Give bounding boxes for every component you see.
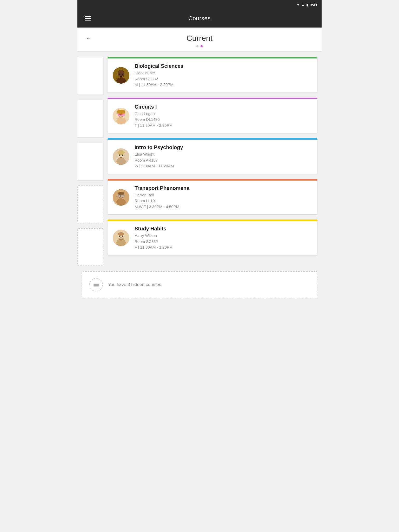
- left-cards-preview: [77, 57, 103, 266]
- svg-point-20: [119, 155, 120, 156]
- svg-rect-41: [94, 287, 99, 287]
- card-body: Biological Sciences Clark Burke Room SC3…: [108, 58, 317, 92]
- svg-point-3: [119, 74, 120, 75]
- course-info: Circuits I Gina Logan Room DL1495 T | 11…: [135, 104, 312, 129]
- svg-point-37: [122, 236, 123, 237]
- course-time: M | 11:30AM - 2:20PM: [135, 82, 312, 88]
- content-wrapper: Biological Sciences Clark Burke Room SC3…: [77, 57, 322, 266]
- course-info: Transport Phenomena Darren Ball Room LL1…: [135, 185, 312, 210]
- course-room: Room SC332: [135, 76, 312, 82]
- svg-point-19: [117, 150, 125, 155]
- hidden-courses-icon: [89, 278, 103, 291]
- svg-point-34: [118, 232, 124, 236]
- course-instructor: Harry Wilson: [135, 233, 312, 239]
- course-name: Biological Sciences: [135, 63, 312, 69]
- courses-list: Biological Sciences Clark Burke Room SC3…: [103, 57, 322, 266]
- svg-rect-39: [94, 284, 99, 285]
- course-info: Intro to Psychology Elsa Wright Room AR1…: [135, 144, 312, 169]
- card-body: Intro to Psychology Elsa Wright Room AR1…: [108, 140, 317, 174]
- course-time: F | 11:30AM - 1:20PM: [135, 244, 312, 250]
- hidden-courses-section: You have 3 hidden courses.: [77, 271, 322, 298]
- course-time: M,W,F | 3:30PM - 4:50PM: [135, 204, 312, 210]
- svg-point-17: [116, 158, 126, 165]
- svg-point-7: [116, 117, 126, 124]
- signal-icon: ▲: [301, 3, 305, 7]
- course-name: Intro to Psychology: [135, 144, 312, 150]
- svg-rect-40: [94, 285, 99, 286]
- status-icons: ▼ ▲ ▮ 9:41: [296, 3, 317, 7]
- hamburger-line-1: [85, 16, 91, 17]
- course-room: Room DL1495: [135, 117, 312, 123]
- course-room: Room SC332: [135, 239, 312, 245]
- avatar: [113, 230, 129, 246]
- course-time: W | 9:30AM - 11:20AM: [135, 163, 312, 169]
- course-instructor: Clark Burke: [135, 70, 312, 76]
- left-card-1: [77, 57, 103, 95]
- avatar: [113, 108, 129, 124]
- left-card-2: [77, 100, 103, 137]
- svg-point-25: [118, 192, 124, 195]
- course-room: Room AR187: [135, 157, 312, 163]
- course-instructor: Elsa Wright: [135, 151, 312, 157]
- left-card-4: [77, 185, 103, 223]
- hidden-courses-card[interactable]: You have 3 hidden courses.: [82, 271, 317, 298]
- dot-1[interactable]: [196, 45, 198, 47]
- svg-point-21: [122, 155, 123, 156]
- status-time: 9:41: [310, 3, 317, 7]
- svg-point-14: [119, 114, 119, 115]
- card-body: Transport Phenomena Darren Ball Room LL1…: [108, 181, 317, 215]
- hamburger-line-2: [85, 18, 91, 19]
- avatar: [113, 189, 129, 206]
- dot-2[interactable]: [201, 45, 203, 47]
- battery-icon: ▮: [306, 3, 308, 7]
- card-body: Circuits I Gina Logan Room DL1495 T | 11…: [108, 99, 317, 133]
- svg-point-15: [123, 114, 123, 115]
- status-bar: ▼ ▲ ▮ 9:41: [77, 0, 322, 9]
- stack-icon: [92, 281, 100, 288]
- card-body: Study Habits Harry Wilson Room SC332 F |…: [108, 221, 317, 255]
- course-card-transport[interactable]: Transport Phenomena Darren Ball Room LL1…: [108, 179, 317, 215]
- course-name: Circuits I: [135, 104, 312, 110]
- course-card-psych[interactable]: Intro to Psychology Elsa Wright Room AR1…: [108, 138, 317, 174]
- course-card-bio-sci[interactable]: Biological Sciences Clark Burke Room SC3…: [108, 57, 317, 92]
- course-room: Room LL101: [135, 198, 312, 204]
- main-content: Biological Sciences Clark Burke Room SC3…: [77, 52, 322, 303]
- svg-point-29: [119, 195, 119, 196]
- hamburger-button[interactable]: [83, 14, 93, 23]
- course-name: Transport Phenomena: [135, 185, 312, 191]
- page-title: Current: [187, 34, 212, 43]
- course-instructor: Darren Ball: [135, 192, 312, 198]
- avatar: [113, 148, 129, 165]
- nav-title: Courses: [188, 15, 210, 22]
- avatar: [113, 67, 129, 84]
- course-info: Study Habits Harry Wilson Room SC332 F |…: [135, 226, 312, 250]
- svg-point-5: [116, 77, 126, 84]
- course-info: Biological Sciences Clark Burke Room SC3…: [135, 63, 312, 88]
- course-name: Study Habits: [135, 226, 312, 232]
- left-card-5: [77, 228, 103, 266]
- svg-point-36: [119, 236, 120, 237]
- course-card-study-habits[interactable]: Study Habits Harry Wilson Room SC332 F |…: [108, 220, 317, 255]
- hamburger-line-3: [85, 20, 91, 21]
- svg-point-4: [122, 74, 123, 75]
- course-time: T | 11:30AM - 2:20PM: [135, 123, 312, 129]
- course-card-circuits[interactable]: Circuits I Gina Logan Room DL1495 T | 11…: [108, 98, 317, 133]
- page-header: ← Current: [77, 28, 322, 52]
- svg-point-23: [116, 198, 126, 206]
- svg-point-2: [118, 70, 124, 77]
- svg-rect-38: [94, 283, 99, 283]
- svg-point-30: [123, 195, 123, 196]
- top-nav: Courses: [77, 9, 322, 28]
- left-card-3: [77, 143, 103, 180]
- svg-point-10: [117, 110, 125, 114]
- wifi-icon: ▼: [296, 3, 300, 7]
- back-button[interactable]: ←: [84, 33, 94, 44]
- hidden-courses-text: You have 3 hidden courses.: [108, 282, 162, 287]
- header-row: ← Current: [77, 34, 322, 43]
- course-instructor: Gina Logan: [135, 111, 312, 117]
- pagination-dots: [196, 45, 203, 47]
